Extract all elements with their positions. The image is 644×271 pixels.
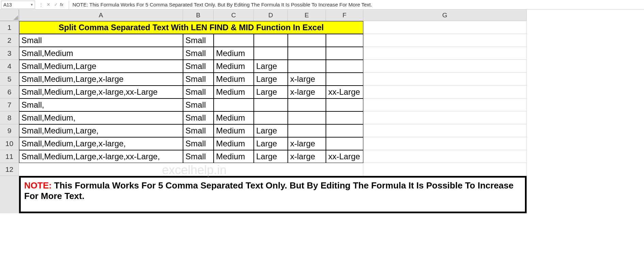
cell[interactable]: Large	[254, 137, 288, 150]
note-box[interactable]: NOTE: This Formula Works For 5 Comma Sep…	[19, 176, 527, 213]
cell[interactable]: Medium	[214, 73, 254, 86]
cell[interactable]	[288, 47, 326, 60]
cell[interactable]	[363, 34, 527, 47]
cell[interactable]	[254, 34, 288, 47]
col-header-e[interactable]: E	[288, 10, 326, 21]
fx-icon[interactable]: fx	[60, 2, 67, 7]
col-header-f[interactable]: F	[326, 10, 363, 21]
row-header[interactable]: 6	[0, 86, 19, 98]
cell[interactable]	[214, 34, 254, 47]
cell[interactable]: Small,Medium,Large,x-large,	[19, 137, 183, 150]
cell[interactable]	[254, 47, 288, 60]
row-header[interactable]: 3	[0, 47, 19, 60]
cell[interactable]: Small	[183, 34, 214, 47]
cell[interactable]: Small,Medium,Large,x-large,xx-Large	[19, 86, 183, 98]
cell[interactable]	[326, 111, 363, 124]
cell[interactable]	[326, 73, 363, 86]
cell[interactable]: Medium	[214, 137, 254, 150]
cell[interactable]: xx-Large	[326, 150, 363, 163]
cell[interactable]: x-large	[288, 150, 326, 163]
cell[interactable]: Small	[183, 150, 214, 163]
cell[interactable]: Small	[183, 137, 214, 150]
cell[interactable]: Medium	[214, 124, 254, 137]
name-box[interactable]: A13 ▼	[1, 1, 35, 9]
cell[interactable]: Small	[183, 111, 214, 124]
cell[interactable]: Large	[254, 86, 288, 98]
cell[interactable]	[363, 137, 527, 150]
cell[interactable]: x-large	[288, 137, 326, 150]
cell[interactable]: Small,Medium,	[19, 111, 183, 124]
cell[interactable]	[254, 98, 288, 111]
row-header[interactable]: 8	[0, 111, 19, 124]
row-header[interactable]: 4	[0, 60, 19, 73]
formula-input[interactable]	[69, 1, 644, 9]
cell[interactable]	[326, 47, 363, 60]
cell[interactable]	[363, 60, 527, 73]
cell[interactable]: Small	[183, 124, 214, 137]
cell[interactable]	[363, 111, 527, 124]
enter-icon[interactable]: ✓	[52, 2, 59, 7]
row-header[interactable]: 12	[0, 163, 19, 176]
cell[interactable]: Medium	[214, 86, 254, 98]
cell[interactable]: Large	[254, 150, 288, 163]
row-header[interactable]: 11	[0, 150, 19, 163]
cell[interactable]: Small	[183, 73, 214, 86]
cell[interactable]: x-large	[288, 73, 326, 86]
cell[interactable]	[288, 98, 326, 111]
row-header[interactable]: 2	[0, 34, 19, 47]
cell[interactable]	[254, 111, 288, 124]
cell[interactable]: Small,	[19, 98, 183, 111]
cell[interactable]	[363, 21, 527, 34]
cell[interactable]: Medium	[214, 111, 254, 124]
cell[interactable]: Small	[183, 98, 214, 111]
cell[interactable]: Medium	[214, 150, 254, 163]
row-header[interactable]: 9	[0, 124, 19, 137]
col-header-b[interactable]: B	[183, 10, 214, 21]
cell[interactable]: x-large	[288, 86, 326, 98]
cell[interactable]: Small,Medium,Large,x-large	[19, 73, 183, 86]
cell[interactable]: Large	[254, 124, 288, 137]
cell-row12[interactable]: excelhelp.in	[19, 163, 363, 176]
cell[interactable]: Small	[183, 60, 214, 73]
row-header[interactable]: 5	[0, 73, 19, 86]
cell[interactable]	[288, 34, 326, 47]
col-header-a[interactable]: A	[19, 10, 183, 21]
cancel-icon[interactable]: ✕	[45, 2, 52, 7]
col-header-d[interactable]: D	[254, 10, 288, 21]
row-header-13[interactable]	[0, 176, 19, 213]
cell[interactable]	[363, 124, 527, 137]
cell[interactable]: Small	[183, 86, 214, 98]
cell[interactable]	[214, 98, 254, 111]
row-header[interactable]: 7	[0, 98, 19, 111]
cell[interactable]	[363, 150, 527, 163]
cell[interactable]	[363, 98, 527, 111]
cell[interactable]	[288, 60, 326, 73]
cell[interactable]	[363, 47, 527, 60]
cell[interactable]: Small	[183, 47, 214, 60]
title-cell[interactable]: Split Comma Separated Text With LEN FIND…	[19, 21, 363, 34]
cell[interactable]	[363, 86, 527, 98]
cell[interactable]	[326, 137, 363, 150]
cell[interactable]	[326, 60, 363, 73]
cell[interactable]: Small	[19, 34, 183, 47]
cell[interactable]	[363, 73, 527, 86]
cell[interactable]: Medium	[214, 47, 254, 60]
cell[interactable]: Small,Medium,Large	[19, 60, 183, 73]
cell[interactable]: Small,Medium	[19, 47, 183, 60]
cell[interactable]: Large	[254, 60, 288, 73]
cell[interactable]: Large	[254, 73, 288, 86]
cell[interactable]	[363, 163, 527, 176]
row-header[interactable]: 1	[0, 21, 19, 34]
row-header[interactable]: 10	[0, 137, 19, 150]
cell[interactable]: Medium	[214, 60, 254, 73]
cell[interactable]	[288, 124, 326, 137]
spreadsheet-grid[interactable]: A B C D E F G 1 Split Comma Separated Te…	[0, 10, 644, 213]
cell[interactable]	[288, 111, 326, 124]
select-all-corner[interactable]	[0, 10, 19, 21]
cell[interactable]: xx-Large	[326, 86, 363, 98]
cell[interactable]: Small,Medium,Large,x-large,xx-Large,	[19, 150, 183, 163]
col-header-g[interactable]: G	[363, 10, 527, 21]
cell[interactable]	[326, 98, 363, 111]
col-header-c[interactable]: C	[214, 10, 254, 21]
name-box-dropdown-icon[interactable]: ▼	[30, 3, 33, 6]
